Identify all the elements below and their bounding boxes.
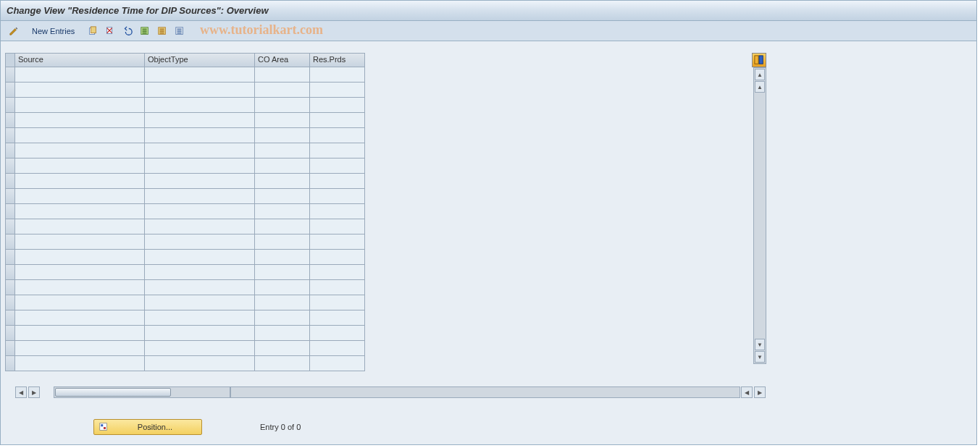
cell-resprds[interactable] [310, 113, 365, 128]
cell-resprds[interactable] [310, 310, 365, 326]
cell-source[interactable] [15, 310, 145, 326]
cell-coarea[interactable] [255, 280, 310, 295]
cell-resprds[interactable] [310, 356, 365, 371]
hscroll-left-arrow2-icon[interactable]: ◀ [741, 386, 753, 398]
cell-objecttype[interactable] [145, 67, 255, 83]
row-selector[interactable] [5, 189, 15, 204]
vertical-scrollbar[interactable]: ▲ ▲ ▼ ▼ [753, 67, 766, 364]
row-selector[interactable] [5, 295, 15, 310]
col-header-source[interactable]: Source [15, 53, 145, 67]
row-selector[interactable] [5, 98, 15, 113]
cell-coarea[interactable] [255, 341, 310, 356]
hscroll-right-arrow-icon[interactable]: ▶ [28, 386, 40, 398]
copy-icon[interactable] [85, 24, 100, 38]
cell-coarea[interactable] [255, 204, 310, 219]
hscroll-left-arrow-icon[interactable]: ◀ [15, 386, 27, 398]
position-button[interactable]: Position... [93, 419, 202, 435]
scroll-up-icon[interactable]: ▲ [755, 69, 765, 80]
row-selector[interactable] [5, 234, 15, 250]
row-selector[interactable] [5, 341, 15, 356]
cell-objecttype[interactable] [145, 98, 255, 113]
cell-objecttype[interactable] [145, 310, 255, 326]
cell-coarea[interactable] [255, 98, 310, 113]
cell-coarea[interactable] [255, 128, 310, 143]
col-header-objecttype[interactable]: ObjectType [145, 53, 255, 67]
cell-coarea[interactable] [255, 159, 310, 174]
cell-coarea[interactable] [255, 326, 310, 341]
cell-source[interactable] [15, 174, 145, 189]
cell-coarea[interactable] [255, 113, 310, 128]
cell-source[interactable] [15, 356, 145, 371]
cell-resprds[interactable] [310, 341, 365, 356]
new-entries-button[interactable]: New Entries [24, 24, 83, 38]
cell-source[interactable] [15, 204, 145, 219]
row-selector[interactable] [5, 204, 15, 219]
cell-source[interactable] [15, 280, 145, 295]
cell-source[interactable] [15, 159, 145, 174]
cell-resprds[interactable] [310, 265, 365, 280]
cell-objecttype[interactable] [145, 204, 255, 219]
hscroll-track-right[interactable] [230, 386, 740, 398]
cell-objecttype[interactable] [145, 113, 255, 128]
cell-source[interactable] [15, 189, 145, 204]
col-header-resprds[interactable]: Res.Prds [310, 53, 365, 67]
cell-objecttype[interactable] [145, 143, 255, 159]
cell-objecttype[interactable] [145, 341, 255, 356]
cell-source[interactable] [15, 219, 145, 234]
cell-objecttype[interactable] [145, 295, 255, 310]
cell-coarea[interactable] [255, 250, 310, 265]
cell-source[interactable] [15, 326, 145, 341]
cell-resprds[interactable] [310, 250, 365, 265]
hscroll-thumb[interactable] [55, 388, 171, 397]
scroll-down-icon[interactable]: ▼ [755, 351, 765, 363]
row-selector[interactable] [5, 280, 15, 295]
cell-source[interactable] [15, 265, 145, 280]
cell-objecttype[interactable] [145, 265, 255, 280]
hscroll-track-left[interactable] [54, 386, 230, 398]
cell-objecttype[interactable] [145, 280, 255, 295]
cell-coarea[interactable] [255, 189, 310, 204]
undo-icon[interactable] [120, 24, 135, 38]
cell-resprds[interactable] [310, 98, 365, 113]
cell-resprds[interactable] [310, 326, 365, 341]
cell-resprds[interactable] [310, 159, 365, 174]
row-selector[interactable] [5, 356, 15, 371]
cell-source[interactable] [15, 98, 145, 113]
row-selector[interactable] [5, 143, 15, 159]
cell-coarea[interactable] [255, 174, 310, 189]
cell-resprds[interactable] [310, 189, 365, 204]
cell-resprds[interactable] [310, 295, 365, 310]
row-selector[interactable] [5, 128, 15, 143]
cell-objecttype[interactable] [145, 326, 255, 341]
cell-source[interactable] [15, 234, 145, 250]
cell-coarea[interactable] [255, 234, 310, 250]
row-selector[interactable] [5, 174, 15, 189]
cell-coarea[interactable] [255, 67, 310, 83]
delete-icon[interactable] [103, 24, 117, 38]
cell-coarea[interactable] [255, 356, 310, 371]
cell-objecttype[interactable] [145, 128, 255, 143]
cell-source[interactable] [15, 113, 145, 128]
row-selector[interactable] [5, 310, 15, 326]
scroll-down-icon-2[interactable]: ▼ [755, 339, 765, 350]
row-selector[interactable] [5, 159, 15, 174]
cell-source[interactable] [15, 295, 145, 310]
cell-source[interactable] [15, 67, 145, 83]
row-selector[interactable] [5, 265, 15, 280]
cell-resprds[interactable] [310, 174, 365, 189]
cell-objecttype[interactable] [145, 219, 255, 234]
cell-resprds[interactable] [310, 280, 365, 295]
scroll-up-icon-2[interactable]: ▲ [755, 81, 765, 93]
cell-objecttype[interactable] [145, 159, 255, 174]
select-block-icon[interactable] [155, 24, 169, 38]
select-all-icon[interactable] [138, 24, 152, 38]
cell-resprds[interactable] [310, 128, 365, 143]
row-selector[interactable] [5, 219, 15, 234]
cell-resprds[interactable] [310, 234, 365, 250]
cell-resprds[interactable] [310, 143, 365, 159]
cell-resprds[interactable] [310, 204, 365, 219]
row-selector[interactable] [5, 67, 15, 83]
cell-objecttype[interactable] [145, 250, 255, 265]
cell-coarea[interactable] [255, 295, 310, 310]
cell-resprds[interactable] [310, 219, 365, 234]
